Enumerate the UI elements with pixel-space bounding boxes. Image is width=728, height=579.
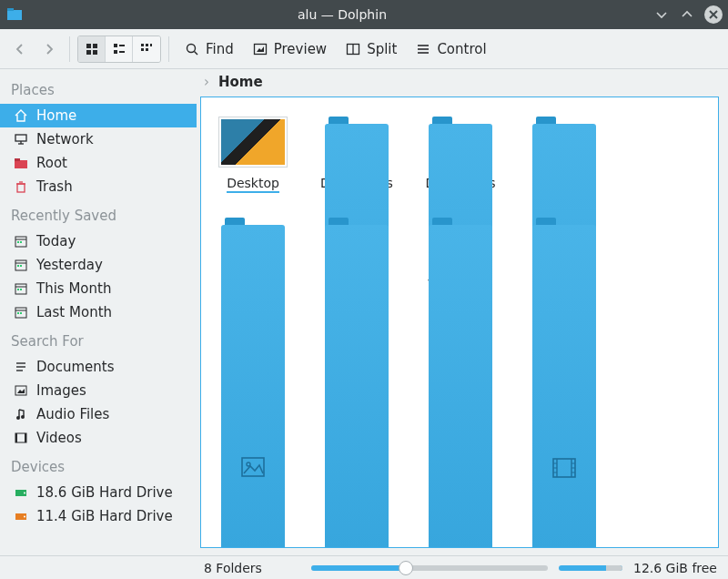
content-area[interactable]: DesktopDocumentsDownloadsMusicPicturesPu… — [200, 96, 719, 548]
view-icons-button[interactable] — [78, 36, 106, 62]
control-button[interactable]: Control — [408, 36, 493, 62]
sidebar-item-yesterday[interactable]: Yesterday — [0, 253, 197, 277]
sidebar-item-label: Yesterday — [36, 257, 103, 273]
preview-icon — [252, 41, 268, 57]
entry-documents[interactable]: Documents — [314, 114, 399, 193]
sidebar: PlacesHomeNetworkRootTrashRecently Saved… — [0, 69, 197, 555]
sidebar-item-drive1[interactable]: 18.6 GiB Hard Drive — [0, 481, 197, 504]
entry-desktop[interactable]: Desktop — [210, 114, 296, 193]
split-button[interactable]: Split — [338, 36, 404, 62]
svg-rect-56 — [15, 433, 17, 442]
separator — [69, 36, 70, 62]
split-label: Split — [367, 41, 397, 57]
maximize-button[interactable] — [679, 6, 695, 23]
control-label: Control — [437, 41, 486, 57]
folder-red-icon — [13, 155, 29, 171]
preview-button[interactable]: Preview — [245, 36, 334, 62]
sidebar-item-trash[interactable]: Trash — [0, 175, 197, 198]
folder-icon — [530, 215, 599, 271]
doc-icon — [13, 359, 29, 375]
svg-rect-14 — [146, 48, 148, 51]
main-panel: › Home DesktopDocumentsDownloadsMusicPic… — [197, 69, 728, 555]
sidebar-item-label: This Month — [36, 280, 111, 297]
sidebar-group-header: Places — [0, 73, 197, 104]
back-button[interactable] — [7, 36, 33, 62]
calendar-icon — [13, 304, 29, 320]
forward-button[interactable] — [36, 36, 62, 62]
sidebar-item-last-month[interactable]: Last Month — [0, 300, 197, 324]
sidebar-item-audio[interactable]: Audio Files — [0, 402, 197, 426]
trash-icon — [13, 178, 29, 195]
sidebar-item-home[interactable]: Home — [0, 104, 197, 127]
sidebar-item-label: Audio Files — [36, 406, 109, 422]
sidebar-group-header: Recently Saved — [0, 198, 197, 229]
sidebar-item-drive2[interactable]: 11.4 GiB Hard Drive — [0, 504, 197, 528]
folder-icon — [218, 215, 288, 271]
sidebar-item-images[interactable]: Images — [0, 379, 197, 402]
split-icon — [345, 41, 361, 57]
breadcrumb[interactable]: › Home — [197, 69, 728, 95]
sidebar-item-label: Home — [36, 107, 76, 124]
folder-icon — [426, 114, 495, 170]
sidebar-item-root[interactable]: Root — [0, 151, 197, 175]
zoom-slider[interactable] — [311, 565, 548, 571]
breadcrumb-current: Home — [218, 74, 263, 90]
entry-downloads[interactable]: Downloads — [418, 114, 503, 193]
folder-icon — [322, 114, 391, 170]
svg-rect-10 — [141, 44, 144, 46]
entry-pictures[interactable]: Pictures — [210, 215, 296, 291]
svg-rect-29 — [17, 184, 25, 192]
sidebar-item-label: Images — [36, 382, 86, 399]
drive-orange-icon — [13, 508, 29, 524]
svg-rect-39 — [20, 265, 22, 267]
entry-music[interactable]: Music — [521, 114, 607, 193]
sidebar-item-today[interactable]: Today — [0, 229, 197, 253]
minimize-button[interactable] — [653, 6, 670, 23]
view-details-button[interactable] — [133, 36, 160, 62]
svg-rect-35 — [20, 241, 22, 243]
close-button[interactable] — [704, 5, 723, 24]
free-space: 12.6 GiB free — [633, 561, 717, 575]
sidebar-item-documents[interactable]: Documents — [0, 355, 197, 379]
desktop-thumbnail — [218, 114, 288, 170]
svg-point-59 — [24, 493, 25, 494]
sidebar-item-label: Root — [36, 155, 67, 171]
video-icon — [13, 430, 29, 446]
entry-templates[interactable]: Templates — [418, 215, 503, 291]
view-compact-button[interactable] — [106, 36, 133, 62]
breadcrumb-separator: › — [204, 74, 209, 90]
entry-public[interactable]: Public — [314, 215, 399, 291]
svg-rect-24 — [15, 135, 26, 141]
calendar-icon — [13, 257, 29, 273]
sidebar-item-label: 18.6 GiB Hard Drive — [36, 484, 173, 501]
sidebar-item-label: Trash — [36, 178, 73, 195]
network-icon — [13, 131, 29, 147]
svg-rect-27 — [15, 160, 27, 168]
entry-videos-f[interactable]: Videos — [521, 215, 607, 291]
item-count: 8 Folders — [204, 561, 262, 575]
svg-rect-28 — [15, 158, 20, 161]
sidebar-item-label: Today — [36, 233, 76, 249]
sidebar-item-videos[interactable]: Videos — [0, 426, 197, 450]
calendar-icon — [13, 280, 29, 297]
svg-rect-1 — [7, 8, 14, 11]
statusbar: 8 Folders 12.6 GiB free — [0, 555, 728, 579]
drive-green-icon — [13, 484, 29, 501]
audio-icon — [13, 406, 29, 422]
folder-icon — [530, 114, 599, 170]
image-icon — [13, 382, 29, 399]
find-button[interactable]: Find — [177, 36, 241, 62]
window-controls — [653, 5, 723, 24]
sidebar-item-label: Videos — [36, 430, 82, 446]
calendar-icon — [13, 233, 29, 249]
home-icon — [13, 107, 29, 124]
sidebar-group-header: Search For — [0, 324, 197, 355]
svg-rect-43 — [20, 289, 22, 290]
sidebar-item-this-month[interactable]: This Month — [0, 277, 197, 300]
svg-rect-8 — [114, 50, 117, 54]
titlebar: alu — Dolphin — [0, 0, 728, 29]
svg-rect-11 — [146, 44, 148, 46]
sidebar-item-network[interactable]: Network — [0, 127, 197, 151]
find-label: Find — [206, 41, 234, 57]
disk-usage-bar — [559, 565, 622, 571]
